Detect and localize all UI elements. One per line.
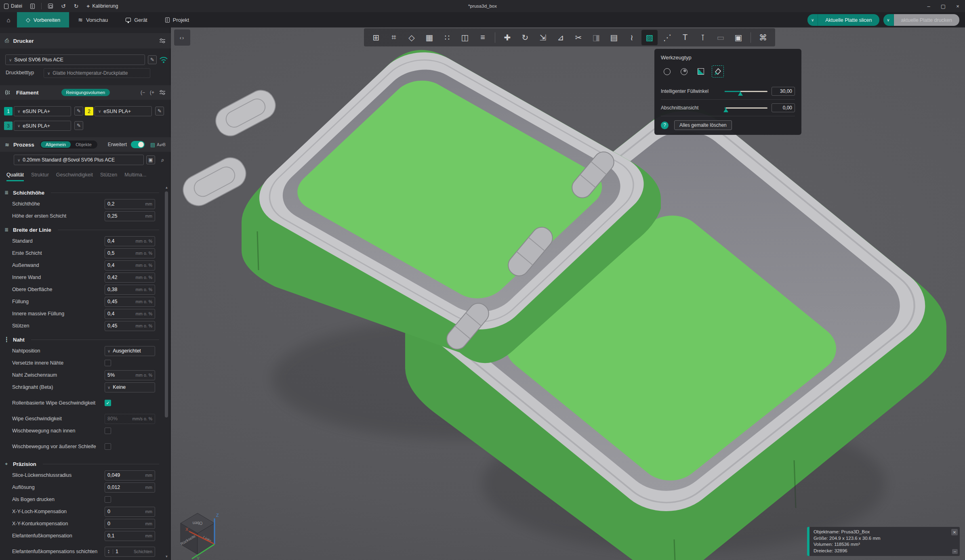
scale-tool-icon[interactable]: ⇲ (535, 30, 551, 45)
scrollbar-thumb[interactable] (165, 191, 168, 417)
home-button[interactable]: ⌂ (0, 12, 17, 27)
slider-value-abschnittsansicht[interactable]: 0,00 (772, 103, 795, 112)
maximize-button[interactable]: ▢ (936, 0, 950, 12)
rotate-tool-icon[interactable]: ↻ (517, 30, 533, 45)
filament-2-edit-button[interactable]: ✎ (155, 107, 164, 115)
lay-on-face-tool-icon[interactable]: ⊿ (553, 30, 569, 45)
param-input-innere-wand[interactable]: 0,42mm o. % (105, 273, 155, 283)
param-input-x-y-konturkompensation[interactable]: 0mm (105, 519, 155, 529)
param-input-x-y-loch-kompensation[interactable]: 0mm (105, 507, 155, 517)
assembly-view-icon[interactable]: ⌘ (755, 30, 771, 45)
color-paint-tool-icon[interactable]: ⋰ (659, 30, 675, 45)
help-icon[interactable]: ? (661, 122, 669, 129)
process-tab-qualität[interactable]: Qualität (6, 172, 24, 181)
fill-tool-icon[interactable] (695, 65, 707, 78)
navigation-cube[interactable]: Oben Rückseite Links Z Y X (179, 513, 219, 560)
segment-objekte[interactable]: Objekte (71, 141, 97, 148)
circle-tool-icon[interactable] (661, 65, 673, 78)
save-preset-button[interactable]: ▣ (146, 155, 155, 164)
filament-1-select[interactable]: ∨eSUN PLA+ (14, 106, 71, 116)
collapse-sidebar-button[interactable]: ‹› (174, 29, 190, 46)
filament-1-edit-button[interactable]: ✎ (74, 107, 83, 115)
move-tool-icon[interactable]: ✚ (499, 30, 515, 45)
bed-type-select[interactable]: ∨ Glatte Hochtemperatur-Druckplatte (44, 68, 150, 78)
param-input-innere-massive-füllung[interactable]: 0,4mm o. % (105, 309, 155, 319)
arrange-objects-icon[interactable]: ▦ (421, 30, 437, 45)
lid-latch[interactable] (211, 86, 280, 141)
filament-settings-sliders-icon[interactable] (159, 90, 166, 95)
filament-2-select[interactable]: ∨eSUN PLA+ (95, 106, 152, 116)
param-checkbox-rollenbasierte-wipe-geschwindigkeit[interactable]: ✓ (105, 400, 111, 406)
flushing-volumes-button[interactable]: Reinigungsvolumen (61, 89, 110, 96)
add-object-icon[interactable]: ⊞ (368, 30, 384, 45)
slider-intelligenter-füllwinkel[interactable] (725, 91, 767, 92)
param-spinner-elefantenfußkompensations-schichten[interactable]: ▲▼1Schichten (105, 547, 155, 557)
param-input-füllung[interactable]: 0,45mm o. % (105, 297, 155, 307)
recent-menu[interactable] (26, 0, 39, 12)
printer-settings-sliders-icon[interactable] (159, 38, 166, 44)
filament-1-swatch[interactable]: 1 (4, 107, 13, 115)
param-input-standard[interactable]: 0,4mm o. % (105, 236, 155, 246)
minimize-button[interactable]: – (921, 0, 936, 12)
slider-thumb[interactable] (723, 108, 728, 112)
printer-edit-button[interactable]: ✎ (148, 55, 157, 64)
split-objects-icon[interactable]: ◫ (457, 30, 473, 45)
auto-orient-icon[interactable]: ◇ (404, 30, 420, 45)
save-button[interactable] (44, 0, 57, 12)
fuzzy-skin-paint-tool-icon[interactable]: ▨ (641, 30, 658, 45)
cut-tool-icon[interactable]: ✂ (570, 30, 587, 45)
sidebar-scrollbar[interactable]: ▲ ▼ (164, 186, 169, 558)
bucket-fill-tool-icon[interactable] (712, 65, 724, 78)
preset-list-icon[interactable]: ▤ (150, 142, 155, 148)
file-menu[interactable]: Datei (0, 0, 26, 12)
tab-preview[interactable]: ≋Vorschau (69, 12, 117, 27)
seam-paint-tool-icon[interactable]: ≀ (624, 30, 640, 45)
compare-presets-icon[interactable]: A⇄B (157, 143, 166, 147)
param-input-schichthöhe[interactable]: 0,2mm (105, 199, 155, 209)
param-select-nahtposition[interactable]: ∨Ausgerichtet (105, 346, 155, 356)
param-checkbox-wischbewegung-nach-innen[interactable] (105, 428, 111, 434)
param-checkbox-als-bogen-drucken[interactable] (105, 496, 111, 503)
remove-filament-icon[interactable]: (− (141, 90, 145, 95)
add-plate-icon[interactable]: ⌗ (386, 30, 402, 45)
process-tab-geschwindigkeit[interactable]: Geschwindigkeit (56, 172, 93, 181)
slider-abschnittsansicht[interactable] (725, 107, 767, 109)
add-filament-icon[interactable]: (+ (150, 90, 154, 95)
manual-support-tool-icon[interactable]: ▣ (730, 30, 746, 45)
param-input-obere-oberfläche[interactable]: 0,38mm o. % (105, 285, 155, 295)
process-tab-struktur[interactable]: Struktur (31, 172, 49, 181)
undo-button[interactable]: ↺ (57, 0, 70, 12)
sphere-tool-icon[interactable] (678, 65, 690, 78)
param-input-außenwand[interactable]: 0,4mm o. % (105, 260, 155, 271)
scroll-up-icon[interactable]: ▲ (164, 186, 169, 189)
param-checkbox-versetzte-innere-nähte[interactable] (105, 360, 111, 366)
process-preset-select[interactable]: ∨ 0.20mm Standard @Sovol SV06 Plus ACE (14, 155, 144, 165)
info-minimize-icon[interactable]: – (952, 549, 958, 554)
filament-3-swatch[interactable]: 3 (4, 122, 13, 130)
print-dropdown-chevron-icon[interactable]: ∨ (883, 14, 894, 26)
measure-tool-icon[interactable]: ⊺ (695, 30, 711, 45)
advanced-toggle[interactable] (131, 141, 145, 148)
segment-allgemein[interactable]: Allgemein (41, 141, 71, 148)
slider-thumb[interactable] (738, 92, 743, 96)
tab-prepare[interactable]: ◇Vorbereiten (17, 12, 69, 27)
param-input-slice-lückenschlussradius[interactable]: 0,049mm (105, 470, 155, 480)
param-input-elefantenfußkompensation[interactable]: 0,1mm (105, 531, 155, 541)
align-objects-icon[interactable]: ∷ (439, 30, 455, 45)
redo-button[interactable]: ↻ (70, 0, 83, 12)
slice-dropdown-chevron-icon[interactable]: ∨ (807, 14, 818, 26)
param-input-erste-schicht[interactable]: 0,5mm o. % (105, 248, 155, 258)
search-settings-icon[interactable]: ⌕ (158, 155, 167, 164)
tab-project[interactable]: Projekt (156, 12, 198, 27)
filament-3-edit-button[interactable]: ✎ (74, 121, 83, 130)
object-layers-icon[interactable]: ≡ (475, 30, 491, 45)
param-input-auflösung[interactable]: 0,012mm (105, 482, 155, 493)
filament-3-select[interactable]: ∨eSUN PLA+ (14, 121, 71, 131)
param-input-höhe-der-ersten-schicht[interactable]: 0,25mm (105, 211, 155, 221)
info-close-icon[interactable]: ✕ (951, 529, 958, 535)
filament-2-swatch[interactable]: 2 (85, 107, 93, 115)
scroll-down-icon[interactable]: ▼ (164, 555, 169, 558)
param-select-schrägnaht-beta[interactable]: ∨Keine (105, 382, 155, 392)
text-tool-icon[interactable]: T (677, 30, 693, 45)
wifi-icon[interactable] (159, 55, 168, 63)
